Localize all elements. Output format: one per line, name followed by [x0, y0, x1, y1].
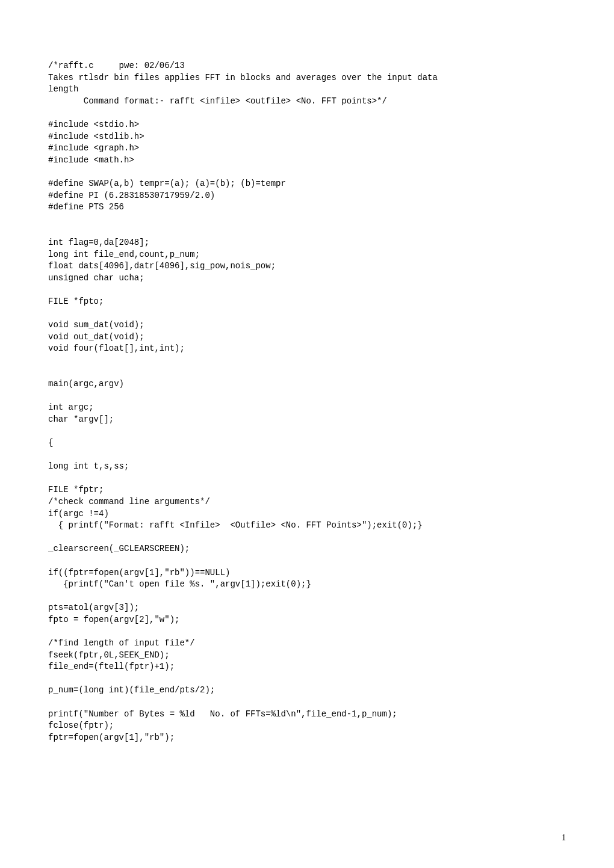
code-line: p_num=(long int)(file_end/pts/2);: [48, 685, 215, 695]
code-line: length: [48, 84, 78, 94]
code-line: {printf("Can't open file %s. ",argv[1]);…: [48, 579, 311, 589]
code-line: if(argc !=4): [48, 509, 109, 519]
code-line: {: [48, 438, 53, 448]
code-content: /*rafft.c pwe: 02/06/13 Takes rtlsdr bin…: [48, 60, 566, 743]
code-line: main(argc,argv): [48, 379, 124, 389]
code-line: FILE *fpto;: [48, 297, 104, 306]
page-number: 1: [562, 832, 566, 844]
code-line: #include <math.h>: [48, 155, 134, 165]
code-line: long int file_end,count,p_num;: [48, 250, 200, 259]
code-line: /*rafft.c pwe: 02/06/13: [48, 61, 185, 70]
code-line: { printf("Format: rafft <Infile> <Outfil…: [48, 520, 423, 530]
code-line: pts=atol(argv[3]);: [48, 603, 139, 612]
code-line: /*check command line arguments*/: [48, 497, 210, 506]
code-line: Takes rtlsdr bin files applies FFT in bl…: [48, 73, 438, 82]
code-line: char *argv[];: [48, 414, 114, 424]
code-line: fclose(fptr);: [48, 721, 114, 730]
code-line: FILE *fptr;: [48, 485, 104, 494]
code-line: #include <stdio.h>: [48, 120, 139, 129]
code-line: int argc;: [48, 402, 94, 412]
code-line: fseek(fptr,0L,SEEK_END);: [48, 650, 170, 660]
code-line: #define SWAP(a,b) tempr=(a); (a)=(b); (b…: [48, 179, 286, 188]
code-line: float dats[4096],datr[4096],sig_pow,nois…: [48, 261, 276, 271]
code-line: if((fptr=fopen(argv[1],"rb"))==NULL): [48, 568, 230, 577]
code-line: void sum_dat(void);: [48, 320, 144, 330]
code-line: long int t,s,ss;: [48, 461, 129, 471]
code-line: void out_dat(void);: [48, 332, 144, 342]
code-line: #define PI (6.28318530717959/2.0): [48, 191, 215, 200]
code-line: _clearscreen(_GCLEARSCREEN);: [48, 544, 190, 553]
code-line: fptr=fopen(argv[1],"rb");: [48, 733, 175, 742]
code-line: #include <graph.h>: [48, 143, 139, 153]
code-line: Command format:- rafft <infile> <outfile…: [48, 96, 387, 106]
code-line: fpto = fopen(argv[2],"w");: [48, 615, 179, 624]
code-line: int flag=0,da[2048];: [48, 238, 149, 247]
document-page: /*rafft.c pwe: 02/06/13 Takes rtlsdr bin…: [0, 0, 614, 868]
code-line: unsigned char ucha;: [48, 273, 144, 283]
code-line: #define PTS 256: [48, 202, 124, 212]
code-line: void four(float[],int,int);: [48, 343, 185, 353]
code-line: /*find length of input file*/: [48, 638, 195, 648]
code-line: file_end=(ftell(fptr)+1);: [48, 662, 175, 671]
code-line: #include <stdlib.h>: [48, 132, 144, 141]
code-line: printf("Number of Bytes = %ld No. of FFT…: [48, 709, 397, 719]
